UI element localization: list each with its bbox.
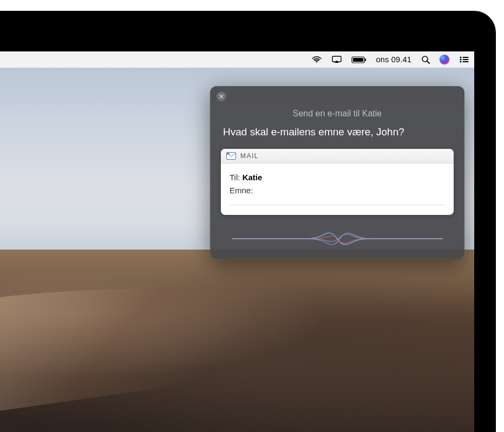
siri-icon[interactable] <box>440 55 449 64</box>
menubar: ons 09.41 <box>0 51 474 68</box>
svg-point-10 <box>460 61 461 62</box>
mail-subject-line: Emne: <box>230 184 445 197</box>
mail-to-line: Til: Katie <box>230 171 445 184</box>
svg-rect-3 <box>365 58 366 61</box>
svg-rect-9 <box>463 59 469 60</box>
svg-line-5 <box>427 61 429 63</box>
mail-compose-card[interactable]: MAIL Til: Katie Emne: <box>221 149 454 215</box>
mail-to-label: Til: <box>230 173 240 182</box>
siri-response-text: Hvad skal e-mailens emne være, John? <box>223 126 451 138</box>
siri-panel: Send en e-mail til Katie Hvad skal e-mai… <box>210 86 464 259</box>
svg-rect-2 <box>353 58 363 62</box>
siri-waveform-icon <box>210 227 464 251</box>
battery-icon[interactable] <box>351 56 366 63</box>
wifi-icon[interactable] <box>311 56 322 63</box>
mail-to-value: Katie <box>243 173 263 182</box>
svg-rect-15 <box>227 153 230 155</box>
mail-subject-label: Emne: <box>230 186 253 195</box>
mail-app-icon <box>226 152 236 160</box>
spotlight-icon[interactable] <box>421 55 430 64</box>
svg-rect-7 <box>463 57 469 58</box>
mail-card-header: MAIL <box>221 149 454 163</box>
close-button[interactable] <box>217 91 226 101</box>
menubar-clock[interactable]: ons 09.41 <box>376 55 412 64</box>
mail-app-title: MAIL <box>240 152 259 160</box>
svg-point-6 <box>460 56 461 58</box>
siri-user-prompt: Send en e-mail til Katie <box>210 109 464 119</box>
screen: ons 09.41 <box>0 51 474 432</box>
svg-rect-11 <box>463 61 469 62</box>
mail-card-body: Til: Katie Emne: <box>221 163 454 215</box>
notification-center-icon[interactable] <box>459 56 469 63</box>
mail-divider <box>230 205 445 205</box>
airplay-icon[interactable] <box>332 56 342 63</box>
svg-point-8 <box>460 58 461 60</box>
